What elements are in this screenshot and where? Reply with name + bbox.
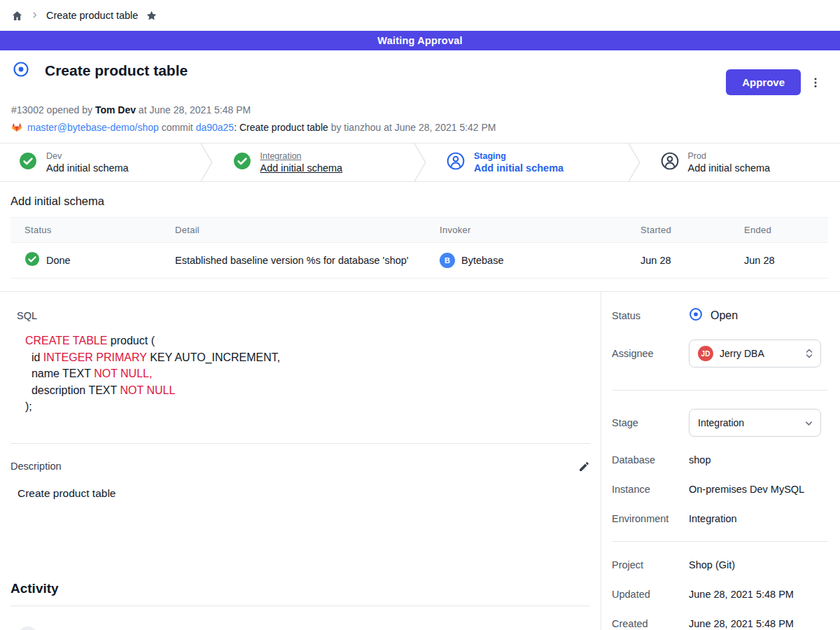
stage-env-label: Staging [474, 151, 564, 161]
breadcrumb: Create product table [0, 0, 840, 31]
task-invoker: Bytebase [461, 255, 503, 266]
issue-meta: #13002 opened by Tom Dev at June 28, 202… [11, 104, 822, 115]
sql-line: description TEXT NOT NULL [25, 382, 590, 399]
issue-author: Tom Dev [95, 104, 136, 115]
commit-colon: : [234, 122, 239, 133]
column-header-invoker: Invoker [426, 218, 626, 243]
sidebar-divider [612, 390, 828, 391]
commit-hash-link[interactable]: da90a25 [196, 122, 234, 133]
stage-env-label: Integration [260, 151, 343, 161]
stage-task-label: Add initial schema [46, 162, 129, 174]
stage-separator [199, 144, 214, 181]
commit-message: Create product table [239, 122, 328, 133]
stage-task-label: Add initial schema [260, 162, 343, 174]
plus-icon: + [18, 626, 38, 630]
status-label: Status [612, 310, 689, 321]
main-column: SQL CREATE TABLE product ( id INTEGER PR… [0, 292, 601, 630]
commit-branch-link[interactable]: master@bytebase-demo/shop [27, 122, 159, 133]
commit-author-time: by tianzhou at June 28, 2021 5:42 PM [328, 122, 496, 133]
assignee-select[interactable]: JD Jerry DBA [689, 340, 821, 368]
sql-statement: CREATE TABLE product ( id INTEGER PRIMAR… [25, 332, 590, 415]
stage-task-label: Add initial schema [688, 162, 771, 174]
pipeline-stage-bar: Dev Add initial schema Integration Add i… [0, 143, 840, 182]
stage-select[interactable]: Integration [689, 409, 821, 437]
stage-dev[interactable]: Dev Add initial schema [0, 144, 199, 181]
task-section-title: Add initial schema [10, 195, 840, 208]
assignee-value: Jerry DBA [720, 348, 764, 359]
stage-integration[interactable]: Integration Add initial schema [214, 144, 413, 181]
chevron-down-icon [804, 419, 813, 428]
check-circle-icon [233, 152, 251, 173]
issue-header: Create product table Approve #13002 open… [0, 50, 840, 143]
database-label: Database [612, 454, 689, 465]
breadcrumb-page-title: Create product table [46, 10, 138, 21]
approve-button[interactable]: Approve [726, 69, 801, 95]
commit-label: commit [159, 122, 196, 133]
column-header-status: Status [10, 218, 161, 243]
home-icon[interactable] [11, 10, 23, 22]
sidebar-divider [612, 541, 828, 542]
stage-env-label: Prod [688, 151, 771, 161]
issue-open-icon [13, 61, 29, 80]
sql-line: id INTEGER PRIMARY KEY AUTO_INCREMENT, [25, 349, 590, 366]
issue-sidebar: Status Open Assignee JD Jerry DBA Stage … [601, 292, 840, 630]
description-label: Description [10, 461, 62, 472]
description-value: Create product table [18, 487, 590, 500]
stage-value: Integration [698, 417, 744, 428]
assignee-label: Assignee [612, 348, 689, 359]
project-label: Project [612, 559, 689, 570]
page-title: Create product table [45, 62, 188, 79]
instance-value: On-premises Dev MySQL [689, 484, 804, 495]
divider [10, 606, 590, 606]
edit-pencil-icon[interactable] [578, 461, 590, 472]
column-header-ended: Ended [730, 218, 828, 243]
sql-line: ); [25, 398, 590, 415]
database-value: shop [689, 454, 710, 465]
kebab-menu-icon[interactable] [809, 76, 822, 90]
stage-prod[interactable]: Prod Add initial schema [642, 144, 840, 181]
status-banner: Waiting Approval [0, 31, 840, 50]
task-status: Done [46, 255, 71, 266]
activity-item: + Bytebase created issue Jun 28 [18, 626, 590, 630]
stage-label: Stage [612, 417, 689, 428]
column-header-detail: Detail [161, 218, 426, 243]
status-value: Open [710, 309, 738, 322]
activity-title: Activity [10, 581, 590, 596]
task-detail: Established baseline version %s for data… [161, 243, 426, 279]
created-label: Created [612, 618, 689, 629]
stage-staging[interactable]: Staging Add initial schema [428, 144, 626, 181]
task-section: Add initial schema Status Detail Invoker… [0, 182, 840, 292]
person-circle-icon [447, 152, 465, 173]
project-value: Shop (Git) [689, 559, 735, 570]
check-circle-icon [19, 152, 37, 173]
chevron-right-icon [31, 9, 38, 22]
gitlab-icon [11, 122, 22, 133]
task-table: Status Detail Invoker Started Ended Done… [10, 217, 828, 279]
invoker-avatar: B [440, 253, 455, 268]
star-icon[interactable] [146, 10, 158, 22]
status-open-icon [689, 307, 703, 324]
updown-chevron-icon [805, 348, 813, 359]
sql-label: SQL [17, 310, 590, 321]
status-banner-text: Waiting Approval [377, 35, 462, 46]
environment-value: Integration [689, 513, 737, 524]
assignee-avatar: JD [698, 346, 713, 361]
stage-separator [626, 144, 642, 181]
sql-line: CREATE TABLE product ( [25, 332, 590, 349]
table-row[interactable]: Done Established baseline version %s for… [10, 243, 828, 279]
stage-task-label: Add initial schema [474, 162, 564, 174]
commit-info: master@bytebase-demo/shop commit da90a25… [11, 122, 822, 133]
column-header-started: Started [626, 218, 730, 243]
updated-label: Updated [612, 589, 689, 600]
environment-label: Environment [612, 513, 689, 524]
check-circle-icon [24, 251, 40, 269]
updated-value: June 28, 2021 5:48 PM [689, 589, 794, 600]
issue-page: Create product table Waiting Approval Cr… [0, 0, 840, 630]
stage-env-label: Dev [46, 151, 129, 161]
divider [10, 443, 590, 444]
task-started: Jun 28 [626, 243, 730, 279]
issue-opened-at: at June 28, 2021 5:48 PM [136, 104, 251, 115]
task-ended: Jun 28 [730, 243, 828, 279]
stage-separator [412, 144, 428, 181]
created-value: June 28, 2021 5:48 PM [689, 618, 794, 629]
